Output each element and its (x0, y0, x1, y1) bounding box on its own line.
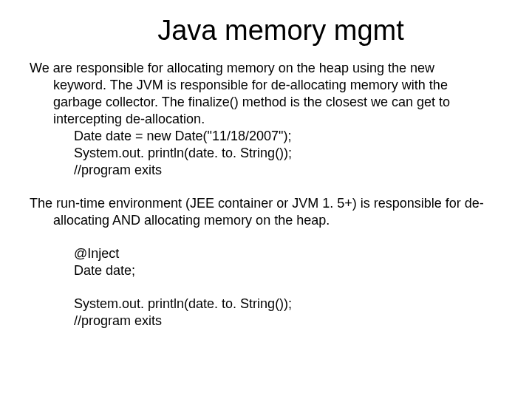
p2-code2: Date date; (30, 262, 502, 279)
paragraph-1: We are responsible for allocating memory… (30, 60, 502, 179)
p2-code1: @Inject (30, 245, 502, 262)
p1-code2: System.out. println(date. to. String()); (30, 145, 502, 162)
p1-code1: Date date = new Date("11/18/2007"); (30, 128, 502, 145)
p1-line4: intercepting de-allocation. (30, 111, 502, 128)
p2-code4: //program exits (30, 313, 502, 330)
spacer-3 (30, 279, 502, 296)
slide-title: Java memory mgmt (59, 15, 502, 47)
p2-code3: System.out. println(date. to. String()); (30, 296, 502, 313)
spacer (30, 179, 502, 195)
p1-line3: garbage collector. The finalize() method… (30, 94, 502, 111)
paragraph-2: The run-time environment (JEE container … (30, 195, 502, 330)
p1-code3: //program exits (30, 162, 502, 179)
p2-line2: allocating AND allocating memory on the … (30, 212, 502, 229)
spacer-2 (30, 229, 502, 245)
p1-line1: We are responsible for allocating memory… (30, 60, 502, 77)
p1-line2: keyword. The JVM is responsible for de-a… (30, 77, 502, 94)
p2-line1: The run-time environment (JEE container … (30, 195, 502, 212)
